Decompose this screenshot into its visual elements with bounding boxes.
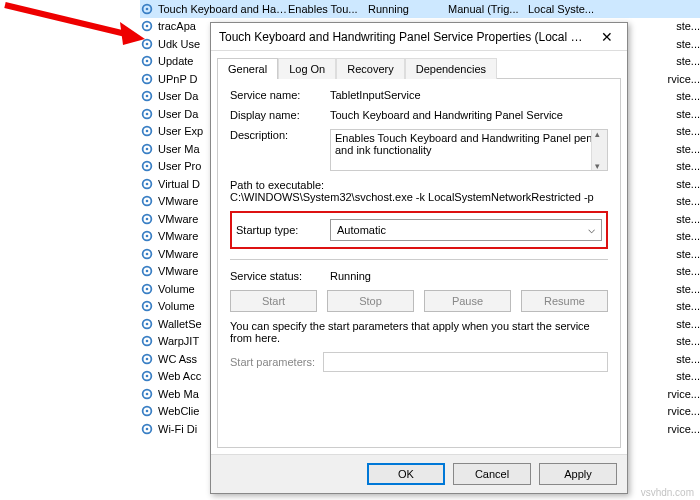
gear-icon: [140, 19, 154, 33]
svg-point-49: [146, 410, 149, 413]
startup-type-combo[interactable]: Automatic: [330, 219, 602, 241]
gear-icon: [140, 282, 154, 296]
stop-button: Stop: [327, 290, 414, 312]
gear-icon: [140, 387, 154, 401]
pause-button: Pause: [424, 290, 511, 312]
svg-point-25: [146, 200, 149, 203]
gear-icon: [140, 212, 154, 226]
label-service-status: Service status:: [230, 270, 330, 282]
service-tail: ste...: [676, 125, 700, 137]
svg-point-9: [146, 60, 149, 63]
service-tail: ste...: [676, 90, 700, 102]
svg-point-31: [146, 252, 149, 255]
service-tail: ste...: [676, 108, 700, 120]
description-box[interactable]: Enables Touch Keyboard and Handwriting P…: [330, 129, 608, 171]
scrollbar[interactable]: [591, 130, 607, 170]
svg-line-0: [5, 5, 130, 35]
tab-body-general: Service name: TabletInputService Display…: [217, 78, 621, 448]
start-button: Start: [230, 290, 317, 312]
cancel-button[interactable]: Cancel: [453, 463, 531, 485]
svg-point-5: [146, 25, 149, 28]
service-tail: ste...: [676, 195, 700, 207]
service-logon: Local Syste...: [528, 3, 594, 15]
label-description: Description:: [230, 129, 330, 141]
gear-icon: [140, 299, 154, 313]
service-tail: ste...: [676, 213, 700, 225]
service-tail: rvice...: [668, 73, 700, 85]
gear-icon: [140, 107, 154, 121]
service-desc: Enables Tou...: [288, 3, 368, 15]
gear-icon: [140, 72, 154, 86]
tab-recovery[interactable]: Recovery: [336, 58, 404, 79]
service-tail: rvice...: [668, 405, 700, 417]
service-tail: ste...: [676, 38, 700, 50]
gear-icon: [140, 194, 154, 208]
gear-icon: [140, 159, 154, 173]
service-tail: ste...: [676, 178, 700, 190]
resume-button: Resume: [521, 290, 608, 312]
gear-icon: [140, 247, 154, 261]
start-parameters-input: [323, 352, 608, 372]
service-tail: ste...: [676, 265, 700, 277]
tab-dependencies[interactable]: Dependencies: [405, 58, 497, 79]
svg-point-17: [146, 130, 149, 133]
label-display-name: Display name:: [230, 109, 330, 121]
svg-point-11: [146, 77, 149, 80]
dialog-footer: OK Cancel Apply: [211, 454, 627, 493]
svg-point-43: [146, 357, 149, 360]
label-start-parameters: Start parameters:: [230, 356, 315, 368]
tab-logon[interactable]: Log On: [278, 58, 336, 79]
service-tail: ste...: [676, 335, 700, 347]
tab-general[interactable]: General: [217, 58, 278, 79]
svg-point-3: [146, 7, 149, 10]
gear-icon: [140, 404, 154, 418]
service-tail: ste...: [676, 143, 700, 155]
service-tail: ste...: [676, 160, 700, 172]
svg-point-51: [146, 427, 149, 430]
gear-icon: [140, 352, 154, 366]
service-tail: ste...: [676, 230, 700, 242]
gear-icon: [140, 369, 154, 383]
value-service-status: Running: [330, 270, 608, 282]
value-path: C:\WINDOWS\System32\svchost.exe -k Local…: [230, 191, 608, 203]
value-display-name: Touch Keyboard and Handwriting Panel Ser…: [330, 109, 608, 121]
label-path: Path to executable:: [230, 179, 608, 191]
gear-icon: [140, 264, 154, 278]
gear-icon: [140, 142, 154, 156]
close-icon[interactable]: ✕: [587, 23, 627, 51]
service-tail: ste...: [676, 318, 700, 330]
gear-icon: [140, 229, 154, 243]
gear-icon: [140, 37, 154, 51]
properties-dialog: Touch Keyboard and Handwriting Panel Ser…: [210, 22, 628, 494]
label-service-name: Service name:: [230, 89, 330, 101]
ok-button[interactable]: OK: [367, 463, 445, 485]
value-service-name: TabletInputService: [330, 89, 608, 101]
svg-point-15: [146, 112, 149, 115]
titlebar[interactable]: Touch Keyboard and Handwriting Panel Ser…: [211, 23, 627, 51]
svg-point-29: [146, 235, 149, 238]
service-tail: ste...: [676, 353, 700, 365]
gear-icon: [140, 177, 154, 191]
value-description: Enables Touch Keyboard and Handwriting P…: [335, 132, 592, 156]
service-row[interactable]: Touch Keyboard and Hand... Enables Tou..…: [140, 0, 700, 18]
annotation-arrow: [0, 0, 150, 60]
service-tail: ste...: [676, 55, 700, 67]
svg-point-13: [146, 95, 149, 98]
watermark: vsvhdn.com: [641, 487, 694, 498]
svg-point-47: [146, 392, 149, 395]
gear-icon: [140, 334, 154, 348]
startup-type-row: Startup type: Automatic: [230, 211, 608, 249]
service-tail: ste...: [676, 20, 700, 32]
svg-point-35: [146, 287, 149, 290]
service-tail: rvice...: [668, 388, 700, 400]
dialog-title: Touch Keyboard and Handwriting Panel Ser…: [219, 30, 587, 44]
svg-point-7: [146, 42, 149, 45]
service-tail: ste...: [676, 370, 700, 382]
service-startup: Manual (Trig...: [448, 3, 528, 15]
apply-button[interactable]: Apply: [539, 463, 617, 485]
startup-type-value: Automatic: [337, 224, 386, 236]
gear-icon: [140, 124, 154, 138]
service-tail: ste...: [676, 248, 700, 260]
svg-point-39: [146, 322, 149, 325]
control-buttons: Start Stop Pause Resume: [230, 290, 608, 312]
